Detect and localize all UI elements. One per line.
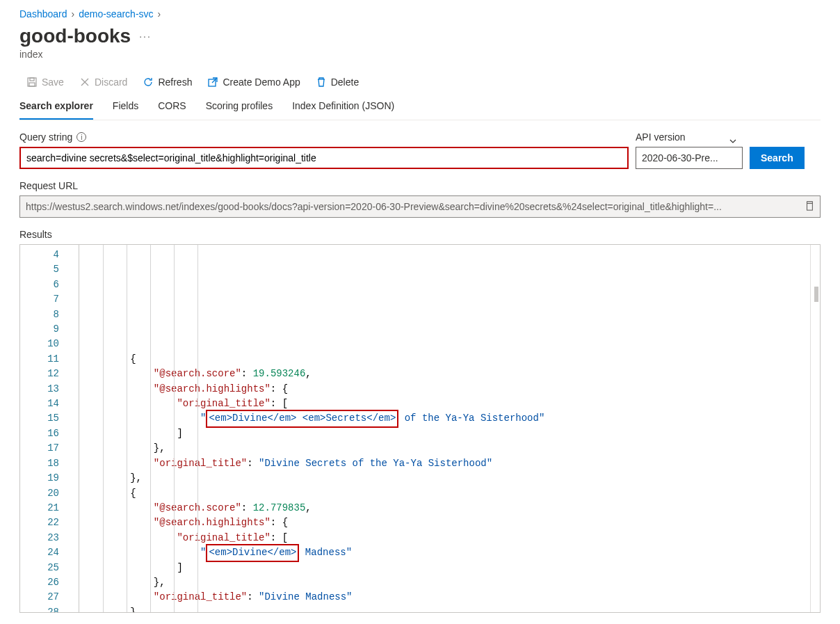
copy-icon[interactable] (805, 201, 814, 213)
scrollbar-thumb[interactable] (814, 287, 818, 302)
toolbar: Save Discard Refresh Create Demo App Del… (19, 74, 821, 90)
chevron-right-icon: › (72, 8, 75, 19)
code-line: { (83, 486, 820, 501)
highlight-annotation: <em>Divine</em> (206, 544, 299, 561)
line-number: 24 (20, 545, 59, 560)
resource-type-label: index (19, 49, 821, 60)
code-line: ] (83, 561, 820, 575)
request-url-text: https://westus2.search.windows.net/index… (26, 201, 799, 212)
code-line: "@search.highlights": { (83, 382, 820, 397)
line-number: 11 (20, 352, 59, 367)
line-number: 18 (20, 456, 59, 471)
api-version-select[interactable]: 2020-06-30-Pre... (636, 147, 743, 169)
tab-scoring-profiles[interactable]: Scoring profiles (206, 100, 273, 120)
code-line: ] (83, 426, 820, 441)
line-number: 26 (20, 575, 59, 590)
tab-cors[interactable]: CORS (158, 100, 186, 120)
request-url-box: https://westus2.search.windows.net/index… (19, 195, 821, 218)
code-line: }, (83, 605, 820, 613)
line-number: 21 (20, 501, 59, 515)
more-actions-icon[interactable]: ··· (139, 31, 152, 42)
delete-button[interactable]: Delete (309, 74, 366, 90)
editor-minimap[interactable] (810, 245, 820, 612)
code-line: "@search.highlights": { (83, 515, 820, 530)
code-line: "original_title": "Divine Madness" (83, 590, 820, 605)
save-button: Save (19, 74, 71, 90)
line-number: 4 (20, 248, 59, 262)
delete-button-label: Delete (331, 77, 359, 88)
open-external-icon (207, 77, 218, 88)
discard-icon (79, 77, 90, 88)
results-label: Results (19, 229, 821, 240)
code-line: "original_title": [ (83, 397, 820, 411)
line-number: 23 (20, 531, 59, 545)
query-string-label: Query string (19, 131, 72, 143)
line-number: 16 (20, 426, 59, 441)
create-demo-app-button[interactable]: Create Demo App (200, 74, 307, 90)
tab-search-explorer[interactable]: Search explorer (19, 100, 93, 120)
line-number: 8 (20, 307, 59, 322)
create-demo-app-label: Create Demo App (223, 77, 300, 88)
save-button-label: Save (42, 77, 64, 88)
svg-rect-2 (29, 83, 35, 86)
highlight-annotation: <em>Divine</em> <em>Secrets</em> (206, 410, 398, 427)
code-line: "<em>Divine</em> <em>Secrets</em> of the… (83, 411, 820, 426)
line-number: 19 (20, 471, 59, 486)
delete-icon (316, 77, 327, 88)
svg-rect-1 (30, 78, 34, 81)
line-number: 9 (20, 322, 59, 337)
breadcrumb-link-dashboard[interactable]: Dashboard (19, 8, 67, 19)
discard-button: Discard (72, 74, 134, 90)
query-highlight-annotation (19, 147, 629, 169)
code-line: }, (83, 575, 820, 590)
line-number: 17 (20, 441, 59, 456)
breadcrumb-link-service[interactable]: demo-search-svc (79, 8, 153, 19)
line-number: 28 (20, 605, 59, 613)
tab-fields[interactable]: Fields (113, 100, 138, 120)
tab-index-definition-json-[interactable]: Index Definition (JSON) (292, 100, 394, 120)
line-number: 10 (20, 337, 59, 351)
refresh-icon (143, 77, 154, 88)
line-number: 27 (20, 590, 59, 605)
code-line: }, (83, 471, 820, 486)
query-string-input[interactable] (21, 148, 627, 168)
refresh-button-label: Refresh (158, 77, 192, 88)
code-line: { (83, 352, 820, 367)
line-number: 22 (20, 515, 59, 530)
chevron-right-icon: › (158, 8, 161, 19)
tabs: Search explorerFieldsCORSScoring profile… (19, 100, 821, 120)
api-version-label: API version (636, 131, 686, 143)
line-number: 20 (20, 486, 59, 501)
line-number: 15 (20, 411, 59, 426)
discard-button-label: Discard (95, 77, 127, 88)
refresh-button[interactable]: Refresh (136, 74, 199, 90)
line-number: 12 (20, 367, 59, 381)
line-number: 5 (20, 262, 59, 277)
line-number: 13 (20, 382, 59, 397)
code-line: "@search.score": 19.593246, (83, 367, 820, 381)
line-number: 25 (20, 561, 59, 575)
results-editor[interactable]: 4567891011121314151617181920212223242526… (19, 244, 821, 613)
api-version-selected: 2020-06-30-Pre... (642, 152, 718, 163)
search-button[interactable]: Search (750, 147, 805, 169)
page-title: good-books (19, 25, 131, 47)
info-icon[interactable]: i (76, 132, 86, 142)
code-line: "original_title": [ (83, 531, 820, 545)
code-line: "@search.score": 12.779835, (83, 501, 820, 515)
breadcrumb: Dashboard › demo-search-svc › (19, 8, 821, 19)
code-line: "original_title": "Divine Secrets of the… (83, 456, 820, 471)
code-line: }, (83, 441, 820, 456)
code-line: "<em>Divine</em> Madness" (83, 545, 820, 560)
svg-rect-6 (807, 203, 813, 210)
line-number: 14 (20, 397, 59, 411)
line-number: 7 (20, 292, 59, 307)
request-url-label: Request URL (19, 180, 821, 191)
save-icon (26, 77, 38, 88)
line-number: 6 (20, 278, 59, 292)
